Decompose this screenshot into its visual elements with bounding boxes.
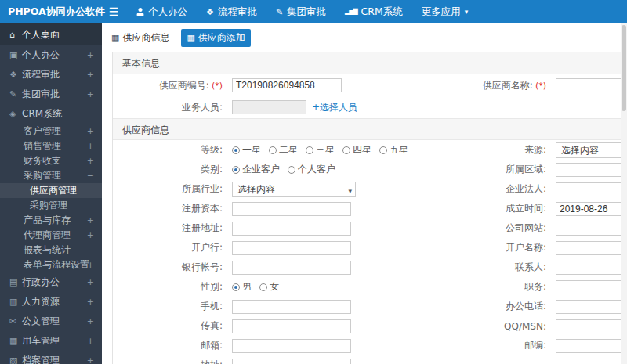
- expand-icon: +: [87, 126, 94, 136]
- grid-icon: ▦: [111, 33, 119, 43]
- sidebar-item-form-flow-settings[interactable]: 表单与流程设置 +: [0, 258, 102, 272]
- tab-bar: ▦ 供应商信息 ▦ 供应商添加: [102, 23, 627, 52]
- region-label: 所属区域:: [463, 163, 556, 176]
- archive-icon: ▨: [9, 355, 22, 364]
- account-name-label: 开户名称:: [463, 241, 556, 254]
- sidebar-item-product-inventory[interactable]: 产品与库存 +: [0, 213, 102, 228]
- fax-input[interactable]: [232, 319, 351, 333]
- tab-supplier-info[interactable]: ▦ 供应商信息: [106, 29, 175, 47]
- mobile-input[interactable]: [232, 300, 351, 314]
- bank-account-input[interactable]: [232, 261, 351, 275]
- nav-process-approval[interactable]: ❖ 流程审批: [206, 5, 257, 19]
- sidebar-item-reports[interactable]: 报表与统计: [0, 243, 102, 258]
- topbar: PHPOA协同办公软件 ☰ 个人办公 ❖ 流程审批 ✎ 集团审批 ▂▅▇ CRM…: [0, 0, 627, 23]
- sidebar-item-agent-mgmt[interactable]: 代理商管理 +: [0, 228, 102, 243]
- bank-account-label: 银行帐号:: [113, 261, 232, 274]
- mobile-label: 手机:: [113, 300, 232, 313]
- sidebar-item-archive-mgmt[interactable]: ▨ 档案管理 +: [0, 351, 102, 364]
- form-row: 传真: QQ/MSN:: [113, 316, 627, 336]
- nav-more-apps[interactable]: 更多应用 ▾: [422, 5, 469, 19]
- founded-date-input[interactable]: [556, 202, 627, 216]
- sidebar-item-crm[interactable]: ◈ CRM系统 −: [0, 104, 102, 124]
- supplier-name-label: 供应商名称:(*): [463, 79, 556, 92]
- sidebar-item-process-approval[interactable]: ❖ 流程审批 +: [0, 65, 102, 85]
- website-input[interactable]: [556, 222, 627, 236]
- job-title-label: 职务:: [463, 280, 556, 294]
- radio-option[interactable]: 四星: [342, 143, 371, 157]
- qq-msn-input[interactable]: [556, 319, 627, 333]
- bank-input[interactable]: [232, 241, 351, 255]
- form-row: 手机: 办公电话:: [113, 297, 627, 316]
- sidebar-item-desktop[interactable]: ⌂ 个人桌面: [0, 23, 102, 45]
- nav-group-approval[interactable]: ✎ 集团审批: [276, 5, 326, 19]
- main-content: ▦ 供应商信息 ▦ 供应商添加 基本信息 供应商编号:(*): [102, 23, 627, 364]
- radio-option[interactable]: 企业客户: [232, 163, 280, 176]
- industry-select[interactable]: 选择内容▾: [232, 182, 356, 197]
- reg-capital-input[interactable]: [232, 202, 351, 216]
- region-input[interactable]: [556, 163, 627, 177]
- radio-option[interactable]: 女: [259, 280, 279, 294]
- sidebar-item-customer-mgmt[interactable]: 客户管理 +: [0, 124, 102, 139]
- email-label: 邮箱:: [113, 339, 232, 352]
- nav-personal-office[interactable]: 个人办公: [136, 5, 187, 19]
- chart-icon: ▂▅▇: [345, 9, 357, 15]
- sidebar-item-vehicle-mgmt[interactable]: ▦ 用车管理 +: [0, 331, 102, 351]
- nav-label: 流程审批: [218, 5, 257, 19]
- sidebar-item-group-approval[interactable]: ✎ 集团审批 +: [0, 85, 102, 104]
- form-row: 邮箱: 邮编:: [113, 336, 627, 355]
- vertical-scrollbar[interactable]: [621, 23, 627, 364]
- sidebar-item-sales-mgmt[interactable]: 销售管理 +: [0, 139, 102, 153]
- radio-option[interactable]: 一星: [232, 143, 261, 157]
- tab-supplier-add[interactable]: ▦ 供应商添加: [181, 29, 250, 47]
- car-icon: ▦: [9, 336, 22, 346]
- business-person-input[interactable]: [232, 100, 306, 114]
- expand-icon: +: [87, 260, 94, 270]
- reg-address-input[interactable]: [232, 222, 351, 236]
- sidebar-item-hr[interactable]: ▥ 人力资源 +: [0, 292, 102, 312]
- source-select[interactable]: 选择内容▾: [556, 142, 627, 158]
- sidebar-item-purchase-mgmt-sub[interactable]: 采购管理: [0, 198, 102, 213]
- form-row: 性别: 男 女 职务:: [113, 277, 627, 297]
- sidebar-item-document-mgmt[interactable]: ✉ 公文管理 +: [0, 312, 102, 331]
- radio-checked-icon: [232, 146, 240, 154]
- postcode-input[interactable]: [556, 339, 627, 353]
- bank-label: 开户行:: [113, 241, 232, 254]
- form-row: 地址:: [113, 355, 627, 364]
- form-row: 业务人员: +选择人员: [113, 96, 627, 118]
- radio-option[interactable]: 个人客户: [288, 163, 335, 176]
- required-mark: (*): [212, 81, 223, 91]
- form-row: 供应商编号:(*) 供应商名称:(*): [113, 74, 627, 96]
- email-input[interactable]: [232, 339, 351, 353]
- choose-person-link[interactable]: +选择人员: [312, 101, 357, 114]
- hamburger-menu-icon[interactable]: ☰: [102, 5, 125, 18]
- contact-label: 联系人:: [463, 261, 556, 274]
- expand-icon: +: [87, 277, 94, 287]
- expand-icon: +: [87, 336, 94, 346]
- sidebar-item-purchase-mgmt[interactable]: 采购管理 −: [0, 168, 102, 183]
- sidebar-item-admin-office[interactable]: ▤ 行政办公 +: [0, 272, 102, 292]
- account-name-input[interactable]: [556, 241, 627, 255]
- section-title-basic: 基本信息: [113, 52, 627, 74]
- sidebar-item-personal-office[interactable]: ▣ 个人办公 +: [0, 45, 102, 65]
- category-radios: 企业客户 个人客户: [232, 163, 463, 176]
- sidebar-item-finance[interactable]: 财务收支 +: [0, 153, 102, 168]
- supplier-name-input[interactable]: [556, 78, 627, 92]
- radio-icon: [259, 283, 267, 291]
- radio-option[interactable]: 三星: [306, 143, 335, 157]
- radio-option[interactable]: 男: [232, 280, 252, 294]
- address-input[interactable]: [232, 359, 351, 364]
- legal-person-input[interactable]: [556, 182, 627, 196]
- job-title-input[interactable]: [556, 280, 627, 294]
- contact-input[interactable]: [556, 261, 627, 275]
- scrollbar-thumb[interactable]: [622, 25, 626, 111]
- radio-option[interactable]: 二星: [269, 143, 298, 157]
- expand-icon: +: [87, 50, 94, 60]
- radio-option[interactable]: 五星: [379, 143, 408, 157]
- nav-crm-system[interactable]: ▂▅▇ CRM系统: [345, 5, 403, 19]
- office-phone-input[interactable]: [556, 300, 627, 314]
- flow-icon: ❖: [9, 70, 22, 80]
- sidebar-item-supplier-mgmt[interactable]: 供应商管理: [0, 183, 102, 198]
- reg-capital-label: 注册资本:: [113, 202, 232, 215]
- supplier-code-input[interactable]: [232, 78, 342, 92]
- fax-label: 传真:: [113, 319, 232, 333]
